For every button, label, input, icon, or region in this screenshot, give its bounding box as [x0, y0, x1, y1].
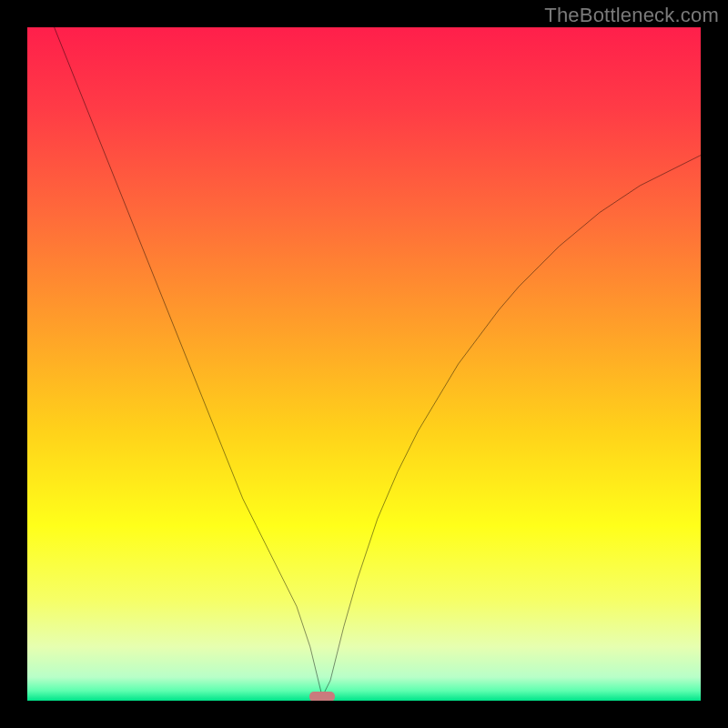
- plot-area: [27, 27, 701, 701]
- minimum-marker: [309, 692, 335, 701]
- bottleneck-curve: [27, 27, 701, 701]
- chart-frame: TheBottleneck.com: [0, 0, 728, 728]
- watermark-text: TheBottleneck.com: [544, 4, 719, 27]
